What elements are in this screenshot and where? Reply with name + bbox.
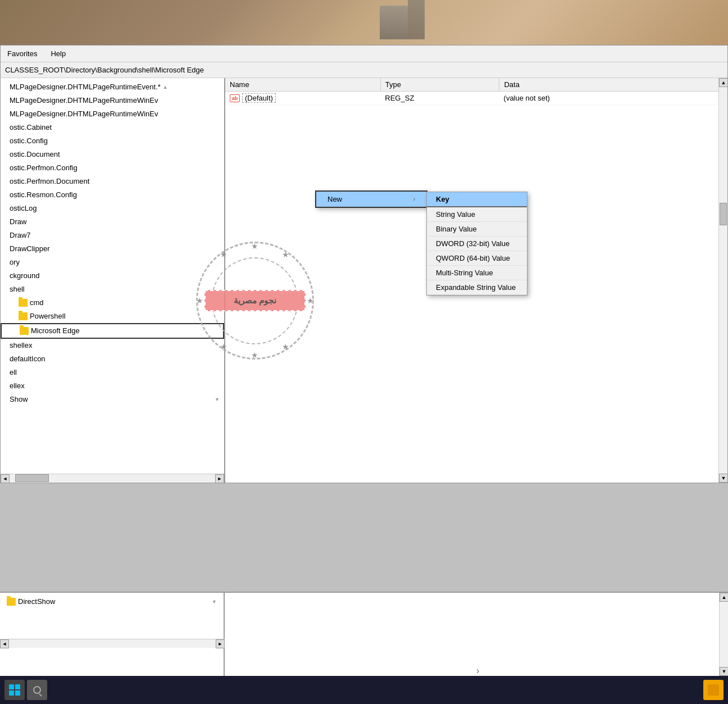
tree-item-14[interactable]: ckground bbox=[1, 269, 224, 283]
scroll-thumb bbox=[720, 203, 727, 225]
tree-item-16[interactable]: cmd bbox=[1, 296, 224, 310]
submenu-string-value[interactable]: String Value bbox=[427, 207, 527, 222]
bottom-h-scrollbar[interactable]: ◄ ► bbox=[0, 639, 225, 648]
bottom-scroll-track[interactable] bbox=[9, 639, 216, 648]
scroll-left-arrow[interactable]: ◄ bbox=[1, 474, 10, 483]
submenu-binary-value[interactable]: Binary Value bbox=[427, 222, 527, 237]
tree-item-label-14: ckground bbox=[10, 270, 39, 281]
folder-icon-directshow bbox=[7, 598, 16, 606]
tree-item-label-11: Draw7 bbox=[10, 230, 31, 241]
tree-panel: MLPageDesigner.DHTMLPageRuntimeEvent.* ▲… bbox=[1, 78, 225, 483]
col-header-name: Name bbox=[225, 78, 381, 91]
scroll-track[interactable] bbox=[10, 474, 215, 483]
bottom-directshow-label: DirectShow bbox=[18, 597, 55, 606]
context-menu-overlay: New › Key String Value Binary Value DWOR… bbox=[315, 190, 427, 208]
address-text: CLASSES_ROOT\Directory\Background\shell\… bbox=[5, 66, 204, 74]
submenu: Key String Value Binary Value DWORD (32-… bbox=[426, 192, 527, 296]
bottom-scroll-right[interactable]: ► bbox=[216, 639, 225, 648]
tree-item-label-15: shell bbox=[10, 284, 25, 295]
tree-item-label-edge: Microsoft Edge bbox=[31, 325, 80, 337]
tree-item-12[interactable]: DrawClipper bbox=[1, 242, 224, 256]
submenu-key[interactable]: Key bbox=[427, 192, 527, 207]
default-value-label: (Default) bbox=[242, 93, 276, 103]
tree-item-6[interactable]: ostic.Perfmon.Config bbox=[1, 161, 224, 175]
submenu-qword-value[interactable]: QWORD (64-bit) Value bbox=[427, 251, 527, 266]
tree-item-microsoft-edge[interactable]: Microsoft Edge bbox=[1, 323, 224, 339]
tree-item-8[interactable]: ostic.Resmon.Config bbox=[1, 188, 224, 202]
bottom-scroll-left[interactable]: ◄ bbox=[0, 639, 9, 648]
bottom-v-track[interactable] bbox=[720, 602, 728, 667]
submenu-multi-string[interactable]: Multi-String Value bbox=[427, 266, 527, 280]
values-v-scrollbar[interactable]: ▲ ▼ bbox=[718, 78, 727, 483]
context-menu: New › Key String Value Binary Value DWOR… bbox=[315, 190, 427, 208]
tree-item-4[interactable]: ostic.Config bbox=[1, 134, 224, 148]
tree-item-5[interactable]: ostic.Document bbox=[1, 148, 224, 161]
tree-item-label-12: DrawClipper bbox=[10, 243, 50, 255]
tree-item-label-2: MLPageDesigner.DHTMLPageRuntimeWinEv bbox=[10, 108, 158, 120]
tree-item-11[interactable]: Draw7 bbox=[1, 229, 224, 242]
submenu-chevron: › bbox=[413, 196, 415, 202]
top-photo-area bbox=[0, 0, 728, 45]
scroll-track-v[interactable] bbox=[719, 87, 727, 474]
tree-item-label-20: ell bbox=[10, 367, 17, 378]
tree-item-9[interactable]: osticLog bbox=[1, 202, 224, 215]
tree-item-label-4: ostic.Config bbox=[10, 135, 48, 147]
taskbar-search-button[interactable] bbox=[27, 680, 47, 700]
value-type-default: REG_SZ bbox=[380, 93, 499, 103]
tree-item-10[interactable]: Draw bbox=[1, 215, 224, 229]
address-bar: CLASSES_ROOT\Directory\Background\shell\… bbox=[1, 62, 727, 78]
folder-icon-edge bbox=[20, 327, 29, 335]
tree-item-20[interactable]: ell bbox=[1, 366, 224, 379]
tree-item-18[interactable]: shellex bbox=[1, 339, 224, 352]
tree-item-label-17: Powershell bbox=[30, 311, 66, 322]
right-panel-arrow: › bbox=[476, 666, 479, 676]
value-name-default: ab (Default) bbox=[225, 92, 380, 104]
scroll-up-arrow[interactable]: ▲ bbox=[719, 78, 727, 87]
context-menu-new[interactable]: New › bbox=[316, 192, 426, 207]
tree-item-7[interactable]: ostic.Perfmon.Document bbox=[1, 175, 224, 188]
tree-item-17[interactable]: Powershell bbox=[1, 310, 224, 323]
menu-bar: Favorites Help bbox=[1, 46, 727, 62]
bottom-v-scrollbar[interactable]: ▲ ▼ bbox=[719, 593, 728, 676]
col-header-type: Type bbox=[381, 78, 500, 91]
tree-item-label-13: ory bbox=[10, 257, 20, 268]
context-menu-new-row: New › Key String Value Binary Value DWOR… bbox=[316, 192, 426, 207]
tree-item-13[interactable]: ory bbox=[1, 256, 224, 269]
values-row-default[interactable]: ab (Default) REG_SZ (value not set) bbox=[225, 92, 727, 105]
menu-help[interactable]: Help bbox=[48, 48, 68, 59]
tree-item-label-10: Draw bbox=[10, 216, 26, 228]
scroll-right-arrow[interactable]: ► bbox=[215, 474, 224, 483]
tree-item-2[interactable]: MLPageDesigner.DHTMLPageRuntimeWinEv bbox=[1, 107, 224, 121]
reg-ab-icon: ab bbox=[230, 94, 240, 102]
taskbar-icon-1[interactable] bbox=[703, 680, 724, 700]
bottom-content: DirectShow ▼ ◄ ► ▲ ▼ › bbox=[0, 593, 728, 676]
tree-items: MLPageDesigner.DHTMLPageRuntimeEvent.* ▲… bbox=[1, 78, 224, 483]
taskbar-start-button[interactable] bbox=[4, 680, 25, 700]
submenu-dword-value[interactable]: DWORD (32-bit) Value bbox=[427, 237, 527, 251]
tree-item-label-21: ellex bbox=[10, 380, 25, 392]
tree-item-label-1: MLPageDesigner.DHTMLPageRuntimeWinEv bbox=[10, 95, 158, 106]
value-data-default: (value not set) bbox=[499, 93, 727, 103]
tree-h-scrollbar[interactable]: ◄ ► bbox=[1, 474, 224, 483]
menu-favorites[interactable]: Favorites bbox=[5, 48, 39, 59]
tree-item-19[interactable]: defaultIcon bbox=[1, 352, 224, 366]
tree-item-1[interactable]: MLPageDesigner.DHTMLPageRuntimeWinEv bbox=[1, 94, 224, 107]
tree-item-label-6: ostic.Perfmon.Config bbox=[10, 162, 78, 174]
tree-item-22[interactable]: Show ▼ bbox=[1, 393, 224, 406]
tree-item-3[interactable]: ostic.Cabinet bbox=[1, 121, 224, 134]
tree-item-label-9: osticLog bbox=[10, 203, 37, 214]
tree-item-label-8: ostic.Resmon.Config bbox=[10, 189, 77, 201]
regedit-window: Favorites Help CLASSES_ROOT\Directory\Ba… bbox=[0, 45, 728, 483]
context-menu-new-label: New bbox=[327, 195, 342, 203]
bottom-scroll-down[interactable]: ▼ bbox=[720, 667, 728, 676]
bottom-regedit: DirectShow ▼ ◄ ► ▲ ▼ › bbox=[0, 592, 728, 676]
bottom-directshow-item[interactable]: DirectShow ▼ bbox=[2, 595, 221, 608]
scroll-down-arrow[interactable]: ▼ bbox=[719, 474, 727, 483]
tree-item-21[interactable]: ellex bbox=[1, 379, 224, 393]
tree-item-15[interactable]: shell bbox=[1, 283, 224, 296]
col-header-data: Data bbox=[499, 78, 727, 91]
submenu-expandable-string[interactable]: Expandable String Value bbox=[427, 280, 527, 295]
bottom-left-panel: DirectShow ▼ ◄ ► bbox=[0, 593, 225, 676]
bottom-scroll-up[interactable]: ▲ bbox=[720, 593, 728, 602]
tree-item-0[interactable]: MLPageDesigner.DHTMLPageRuntimeEvent.* ▲ bbox=[1, 80, 224, 94]
